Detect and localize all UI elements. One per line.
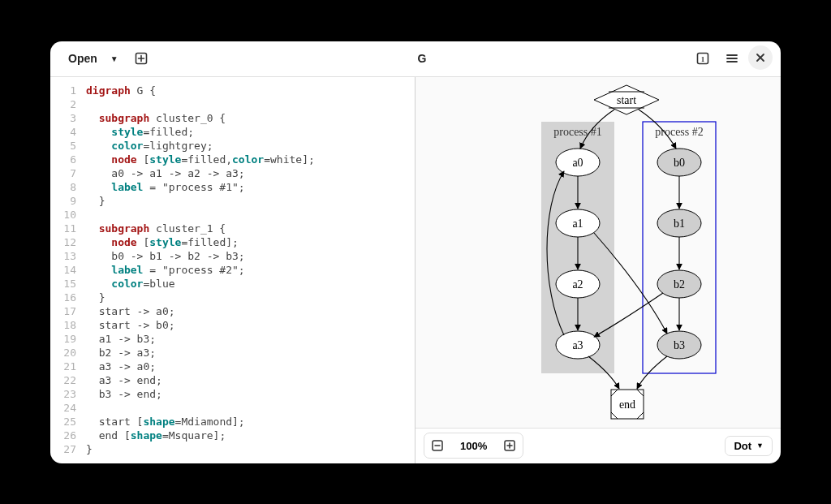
code-line: 15 color=blue bbox=[50, 277, 415, 291]
line-number: 5 bbox=[50, 139, 86, 153]
code-line: 19 a1 -> b3; bbox=[50, 332, 415, 346]
titlebar-right: 1 bbox=[690, 45, 773, 71]
code-content: label = "process #2"; bbox=[86, 263, 415, 277]
graph-viewport[interactable]: process #1 process #2 start bbox=[416, 77, 781, 428]
line-number: 20 bbox=[50, 346, 86, 360]
menu-button[interactable] bbox=[719, 45, 745, 71]
node-a3: a3 bbox=[556, 331, 600, 359]
code-line: 12 node [style=filled]; bbox=[50, 235, 415, 249]
line-number: 24 bbox=[50, 401, 86, 415]
svg-text:b2: b2 bbox=[674, 278, 685, 291]
svg-text:end: end bbox=[619, 398, 635, 411]
line-number: 3 bbox=[50, 111, 86, 125]
code-content: a3 -> a0; bbox=[86, 360, 415, 373]
line-number: 17 bbox=[50, 304, 86, 318]
code-content: b2 -> a3; bbox=[86, 346, 415, 360]
plus-box-icon bbox=[135, 52, 148, 65]
line-number: 26 bbox=[50, 429, 86, 442]
open-group: Open ▼ bbox=[58, 46, 123, 71]
code-line: 14 label = "process #2"; bbox=[50, 263, 415, 277]
line-number: 1 bbox=[50, 84, 86, 97]
code-content: color=lightgrey; bbox=[86, 139, 415, 153]
hamburger-icon bbox=[726, 52, 738, 65]
line-number: 9 bbox=[50, 194, 86, 208]
minus-box-icon bbox=[432, 440, 443, 451]
new-tab-button[interactable] bbox=[128, 45, 154, 71]
code-content: b3 -> end; bbox=[86, 387, 415, 401]
code-content: digraph G { bbox=[86, 84, 415, 97]
code-content: end [shape=Msquare]; bbox=[86, 429, 415, 442]
zoom-controls: 100% bbox=[424, 433, 523, 459]
graph-svg: process #1 process #2 start bbox=[460, 77, 736, 426]
svg-text:a1: a1 bbox=[572, 218, 583, 230]
code-content: label = "process #1"; bbox=[86, 180, 415, 194]
node-a1: a1 bbox=[556, 209, 600, 237]
close-button[interactable] bbox=[748, 45, 773, 70]
cluster1-label: process #2 bbox=[655, 126, 704, 138]
svg-text:1: 1 bbox=[701, 55, 705, 63]
line-number: 23 bbox=[50, 387, 86, 401]
code-editor[interactable]: 1digraph G {23 subgraph cluster_0 {4 sty… bbox=[50, 77, 415, 463]
code-line: 3 subgraph cluster_0 { bbox=[50, 111, 415, 125]
panel-toggle-button[interactable]: 1 bbox=[690, 45, 716, 71]
line-number: 2 bbox=[50, 97, 86, 111]
preview-bottom-bar: 100% Dot ▼ bbox=[416, 428, 781, 463]
line-number: 13 bbox=[50, 249, 86, 263]
line-number: 22 bbox=[50, 373, 86, 387]
engine-dropdown[interactable]: Dot ▼ bbox=[725, 436, 773, 456]
code-content: color=blue bbox=[86, 277, 415, 291]
zoom-in-button[interactable] bbox=[498, 435, 521, 456]
titlebar: Open ▼ G 1 bbox=[50, 41, 781, 77]
code-content: } bbox=[86, 291, 415, 304]
code-content: style=filled; bbox=[86, 125, 415, 139]
open-button[interactable]: Open bbox=[58, 46, 105, 71]
line-number: 19 bbox=[50, 332, 86, 346]
open-recent-dropdown[interactable]: ▼ bbox=[105, 46, 123, 71]
code-line: 25 start [shape=Mdiamond]; bbox=[50, 415, 415, 429]
line-number: 15 bbox=[50, 277, 86, 291]
line-number: 4 bbox=[50, 125, 86, 139]
code-content: a3 -> end; bbox=[86, 373, 415, 387]
line-number: 16 bbox=[50, 291, 86, 304]
node-end: end bbox=[611, 390, 644, 419]
code-content: start -> b0; bbox=[86, 318, 415, 332]
window-title: G bbox=[159, 52, 685, 65]
code-line: 24 bbox=[50, 401, 415, 415]
node-a2: a2 bbox=[556, 270, 600, 298]
svg-text:b3: b3 bbox=[674, 339, 685, 351]
node-b0: b0 bbox=[657, 149, 701, 176]
node-a0: a0 bbox=[556, 149, 600, 176]
code-content: a1 -> b3; bbox=[86, 332, 415, 346]
code-line: 5 color=lightgrey; bbox=[50, 139, 415, 153]
code-line: 16 } bbox=[50, 291, 415, 304]
line-number: 27 bbox=[50, 442, 86, 456]
line-number: 10 bbox=[50, 208, 86, 222]
code-line: 11 subgraph cluster_1 { bbox=[50, 222, 415, 235]
code-line: 1digraph G { bbox=[50, 84, 415, 97]
plus-box-icon bbox=[504, 440, 515, 451]
line-number: 25 bbox=[50, 415, 86, 429]
svg-text:a2: a2 bbox=[572, 278, 583, 291]
node-start: start bbox=[594, 85, 659, 114]
code-content: a0 -> a1 -> a2 -> a3; bbox=[86, 166, 415, 180]
code-line: 8 label = "process #1"; bbox=[50, 180, 415, 194]
svg-text:start: start bbox=[617, 94, 636, 106]
line-number: 6 bbox=[50, 153, 86, 166]
close-icon bbox=[756, 53, 765, 62]
svg-text:b1: b1 bbox=[674, 218, 685, 230]
code-line: 4 style=filled; bbox=[50, 125, 415, 139]
code-line: 10 bbox=[50, 208, 415, 222]
code-line: 27} bbox=[50, 442, 415, 456]
line-number: 21 bbox=[50, 360, 86, 373]
zoom-out-button[interactable] bbox=[426, 435, 449, 456]
code-content: node [style=filled,color=white]; bbox=[86, 153, 415, 166]
code-line: 22 a3 -> end; bbox=[50, 373, 415, 387]
zoom-level: 100% bbox=[452, 440, 495, 452]
code-content bbox=[86, 401, 415, 415]
code-content: } bbox=[86, 442, 415, 456]
code-line: 9 } bbox=[50, 194, 415, 208]
main-split: 1digraph G {23 subgraph cluster_0 {4 sty… bbox=[50, 77, 781, 463]
line-number: 8 bbox=[50, 180, 86, 194]
cluster0-label: process #1 bbox=[553, 126, 602, 138]
line-number: 12 bbox=[50, 235, 86, 249]
